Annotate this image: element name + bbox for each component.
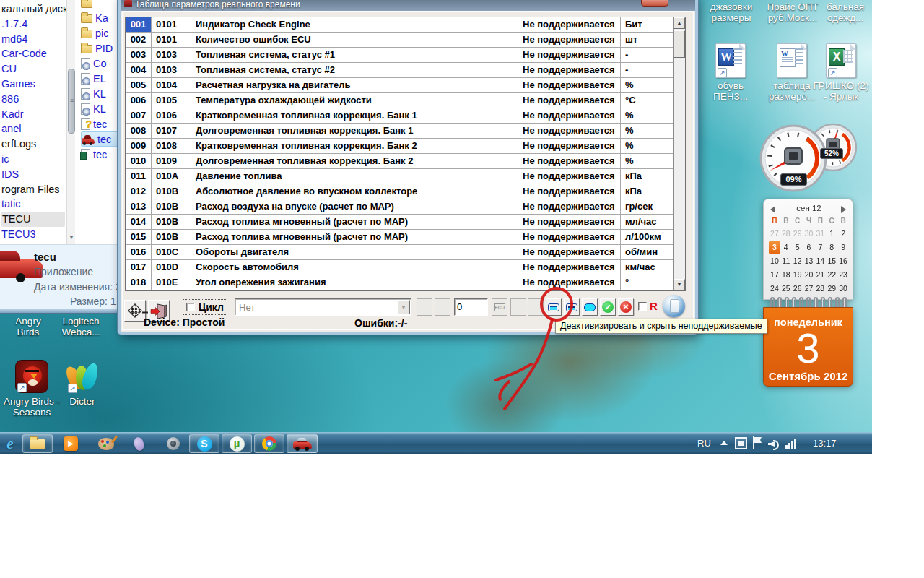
desktop-shortcut-word-doc[interactable]: W ↗ обувьПЕНЗ... bbox=[699, 43, 762, 102]
taskbar-media-player-button[interactable]: ▶ bbox=[61, 434, 81, 453]
tree-scrollbar-thumb[interactable] bbox=[68, 69, 75, 134]
tree-item-CarCode[interactable]: Car-Code bbox=[1, 46, 47, 61]
param-cell[interactable]: мл/час bbox=[621, 215, 673, 229]
taskbar-webcam-button[interactable] bbox=[163, 434, 183, 453]
calendar-day[interactable]: 14 bbox=[814, 254, 826, 268]
window-titlebar[interactable]: Таблица параметров реального времени bbox=[121, 0, 695, 11]
param-row[interactable]: 012010BАбсолютное давление во впускном к… bbox=[126, 184, 673, 199]
close-button[interactable] bbox=[641, 0, 668, 7]
ecu-button[interactable]: ECU bbox=[492, 298, 507, 316]
poll-start-button[interactable] bbox=[124, 300, 146, 322]
param-cell[interactable]: % bbox=[621, 108, 673, 123]
param-cell[interactable]: Долговременная топливная коррекция. Банк… bbox=[191, 154, 518, 168]
calendar-day[interactable]: 28 bbox=[780, 227, 792, 241]
calendar-day[interactable]: 29 bbox=[826, 282, 837, 296]
param-cell[interactable]: 0107 bbox=[152, 124, 191, 138]
param-cell[interactable]: 0109 bbox=[152, 154, 191, 168]
calendar-day[interactable]: 15 bbox=[826, 254, 837, 268]
param-row[interactable]: 016010CОбороты двигателяНе поддерживаетс… bbox=[126, 245, 673, 260]
param-cell[interactable]: 0103 bbox=[152, 48, 191, 62]
param-cell[interactable]: Не поддерживается bbox=[518, 199, 621, 214]
param-cell[interactable]: 0101 bbox=[152, 17, 191, 32]
tree-item-md64[interactable]: md64 bbox=[1, 32, 27, 47]
param-cell[interactable]: 004 bbox=[126, 63, 152, 77]
calendar-day[interactable]: 6 bbox=[803, 241, 815, 254]
toolbar-button-4[interactable] bbox=[528, 298, 544, 316]
calendar-day[interactable]: 29 bbox=[792, 227, 803, 241]
param-cell[interactable]: °C bbox=[621, 93, 673, 108]
taskbar-chrome-button[interactable] bbox=[254, 434, 284, 453]
calendar-day[interactable]: 4 bbox=[780, 241, 792, 254]
file-item[interactable]: tec bbox=[81, 131, 118, 147]
param-cell[interactable]: Не поддерживается bbox=[518, 33, 621, 47]
param-cell[interactable]: 009 bbox=[126, 139, 152, 153]
calendar-day[interactable]: 17 bbox=[769, 268, 780, 282]
param-cell[interactable]: Давление топлива bbox=[191, 169, 518, 184]
calendar-day[interactable]: 7 bbox=[814, 241, 826, 254]
calendar-day[interactable]: 28 bbox=[814, 282, 826, 296]
param-cell[interactable]: 001 bbox=[126, 17, 152, 32]
tree-item-erfLogs[interactable]: erfLogs bbox=[1, 137, 36, 152]
param-row[interactable]: 0040103Топливная система, статус #2Не по… bbox=[126, 63, 673, 78]
param-cell[interactable]: Топливная система, статус #1 bbox=[191, 48, 518, 62]
param-row[interactable]: 017010DСкорость автомобиляНе поддерживае… bbox=[126, 260, 673, 275]
param-cell[interactable]: 013 bbox=[126, 199, 152, 214]
clear-list-button[interactable] bbox=[582, 298, 598, 316]
param-cell[interactable]: Топливная система, статус #2 bbox=[191, 63, 518, 77]
param-cell[interactable]: Не поддерживается bbox=[518, 108, 621, 123]
param-cell[interactable]: шт bbox=[621, 33, 673, 47]
param-cell[interactable]: Расход воздуха на впуске (расчет по MAP) bbox=[191, 199, 518, 214]
file-item[interactable]: KL bbox=[81, 86, 106, 101]
param-cell[interactable]: Не поддерживается bbox=[518, 63, 621, 77]
param-cell[interactable]: 0106 bbox=[152, 108, 191, 123]
calendar-day[interactable]: 27 bbox=[803, 282, 815, 296]
calendar-day[interactable]: 20 bbox=[803, 268, 815, 282]
param-cell[interactable]: 003 bbox=[126, 48, 152, 62]
action-center-icon[interactable] bbox=[753, 436, 762, 449]
calendar-day[interactable]: 21 bbox=[814, 268, 826, 282]
param-cell[interactable]: об/мин bbox=[621, 245, 673, 259]
param-cell[interactable]: ° bbox=[621, 275, 673, 290]
hide-unsupported-button[interactable] bbox=[546, 298, 562, 316]
file-item[interactable]: pic bbox=[81, 25, 109, 40]
param-row[interactable]: 0010101Индикатор Check EngineНе поддержи… bbox=[126, 17, 673, 33]
file-item[interactable]: tec bbox=[81, 116, 107, 131]
param-cell[interactable]: Индикатор Check Engine bbox=[191, 17, 518, 32]
tree-item-[interactable]: кальный диск (С bbox=[1, 1, 66, 17]
calendar-day[interactable]: 27 bbox=[769, 227, 780, 241]
param-cell[interactable]: - bbox=[621, 63, 673, 77]
param-cell[interactable]: Обороты двигателя bbox=[191, 245, 518, 259]
param-cell[interactable]: Не поддерживается bbox=[518, 48, 621, 62]
calendar-day[interactable]: 1 bbox=[826, 227, 837, 241]
param-cell[interactable]: 017 bbox=[126, 260, 152, 275]
calendar-day[interactable]: 8 bbox=[826, 241, 837, 254]
calendar-day[interactable]: 2 bbox=[837, 227, 849, 241]
param-cell[interactable]: 010B bbox=[152, 199, 191, 214]
show-hidden-icons-icon[interactable] bbox=[720, 441, 728, 445]
param-cell[interactable]: л/100км bbox=[621, 230, 673, 244]
tree-item-TECU[interactable]: TECU bbox=[1, 212, 65, 227]
tree-item-TECU3[interactable]: TECU3 bbox=[1, 227, 36, 242]
param-cell[interactable]: 018 bbox=[126, 275, 152, 290]
param-cell[interactable]: 016 bbox=[126, 245, 152, 259]
param-cell[interactable]: Не поддерживается bbox=[518, 245, 621, 259]
table-scrollbar[interactable]: ▲ ▼ bbox=[673, 17, 685, 290]
param-cell[interactable]: Не поддерживается bbox=[518, 78, 621, 92]
volume-icon[interactable] bbox=[768, 439, 780, 449]
calendar-day[interactable]: 22 bbox=[826, 268, 837, 282]
param-row[interactable]: 013010BРасход воздуха на впуске (расчет … bbox=[126, 199, 673, 215]
param-cell[interactable]: 0103 bbox=[152, 63, 191, 77]
param-cell[interactable]: 010D bbox=[152, 260, 191, 275]
param-cell[interactable]: 012 bbox=[126, 184, 152, 199]
param-cell[interactable]: Температура охлаждающей жидкости bbox=[191, 93, 518, 108]
param-cell[interactable]: 010B bbox=[152, 215, 191, 229]
param-cell[interactable]: Не поддерживается bbox=[518, 154, 621, 168]
file-item[interactable]: Ka bbox=[81, 10, 108, 25]
param-cell[interactable]: 0108 bbox=[152, 139, 191, 153]
tree-item-IDS[interactable]: IDS bbox=[1, 167, 19, 182]
param-cell[interactable]: кПа bbox=[621, 184, 673, 199]
param-row[interactable]: 0080107Долговременная топливная коррекци… bbox=[126, 124, 673, 139]
tree-item-174[interactable]: .1.7.4 bbox=[1, 17, 27, 32]
param-cell[interactable]: Скорость автомобиля bbox=[191, 260, 518, 275]
tree-item-CU[interactable]: CU bbox=[1, 61, 17, 77]
